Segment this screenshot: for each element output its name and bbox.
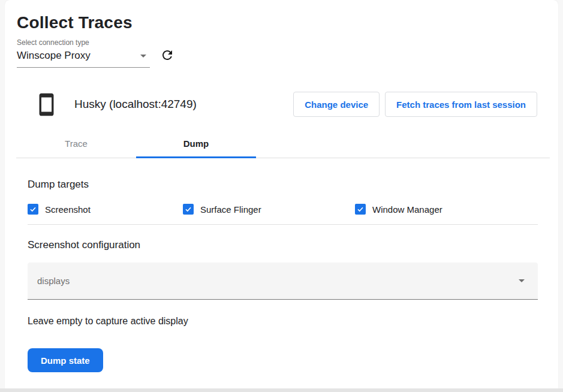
checked-checkbox-icon[interactable] — [183, 204, 194, 215]
display-helper-text: Leave empty to capture active display — [28, 315, 538, 327]
chevron-down-icon — [140, 55, 146, 58]
change-device-button[interactable]: Change device — [293, 92, 380, 117]
dump-targets-options: Screenshot Surface Flinger Window Manage… — [28, 204, 538, 215]
dump-targets-heading: Dump targets — [28, 179, 538, 191]
checkmark-icon — [185, 206, 192, 213]
fetch-traces-button[interactable]: Fetch traces from last session — [385, 92, 537, 117]
connection-type-label: Select connection type — [17, 38, 150, 47]
header-section: Collect Traces Select connection type Wi… — [5, 0, 558, 68]
connection-type-select[interactable]: Select connection type Winscope Proxy — [17, 32, 150, 68]
active-tab-indicator — [136, 156, 256, 158]
page-title: Collect Traces — [17, 13, 558, 32]
checkbox-label: Surface Flinger — [200, 204, 261, 215]
refresh-icon — [160, 48, 174, 64]
tab-bar: Trace Dump — [16, 129, 550, 158]
connected-device-row: Husky (localhost:42749) Change device Fe… — [34, 92, 537, 117]
refresh-connection-button[interactable] — [160, 48, 174, 68]
connection-type-value: Winscope Proxy — [17, 49, 91, 62]
bottom-edge-strip — [0, 388, 563, 392]
checkbox-label: Window Manager — [372, 204, 442, 215]
checkbox-surface-flinger[interactable]: Surface Flinger — [183, 204, 355, 215]
chevron-down-icon — [519, 279, 525, 282]
checked-checkbox-icon[interactable] — [28, 204, 38, 215]
checkbox-label: Screenshot — [45, 204, 91, 215]
tab-dump[interactable]: Dump — [136, 129, 256, 158]
connection-row: Select connection type Winscope Proxy — [17, 32, 558, 68]
checkbox-window-manager[interactable]: Window Manager — [355, 204, 442, 215]
device-name: Husky (localhost:42749) — [74, 98, 293, 111]
checkmark-icon — [29, 206, 37, 213]
tab-trace[interactable]: Trace — [16, 129, 136, 158]
checkmark-icon — [357, 206, 364, 213]
connection-type-value-row[interactable]: Winscope Proxy — [17, 49, 150, 68]
displays-dropdown[interactable]: displays — [28, 263, 538, 300]
dump-state-button[interactable]: Dump state — [28, 348, 103, 372]
screenshot-config-heading: Screenshot configuration — [28, 239, 538, 251]
checkbox-screenshot[interactable]: Screenshot — [28, 204, 183, 215]
device-buttons: Change device Fetch traces from last ses… — [293, 92, 537, 117]
displays-dropdown-label: displays — [37, 276, 70, 286]
checked-checkbox-icon[interactable] — [355, 204, 366, 215]
section-divider — [28, 224, 538, 225]
dump-tab-content: Dump targets Screenshot Surface Flinger … — [5, 179, 558, 372]
collect-traces-card: Collect Traces Select connection type Wi… — [5, 0, 558, 388]
smartphone-icon — [34, 92, 59, 117]
